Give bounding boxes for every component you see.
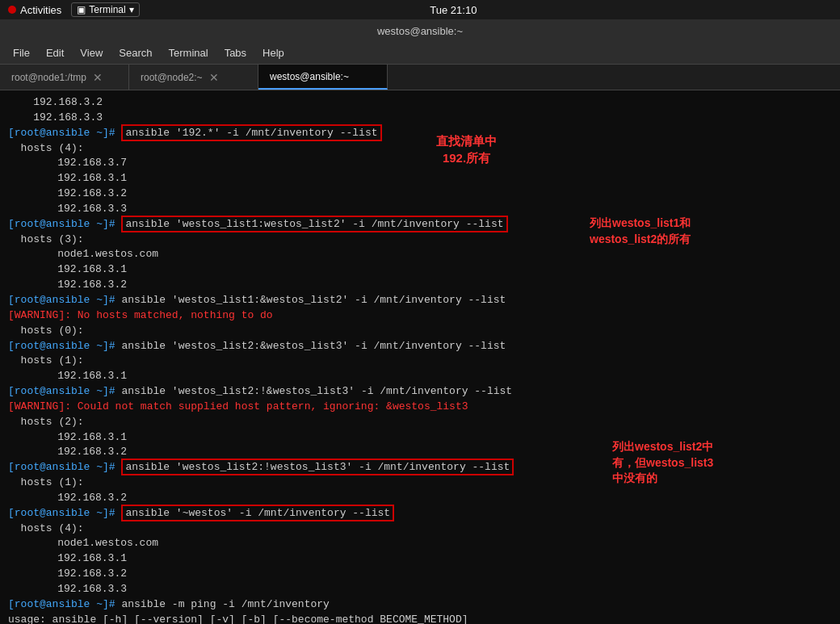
annotation-3: 列出westos_list2中有，但westos_list3中没有的: [612, 439, 713, 487]
system-time: Tue 21:10: [430, 4, 477, 16]
line-21-warning: [WARNING]: Could not match supplied host…: [8, 400, 832, 415]
line-13: 192.168.3.2: [8, 278, 832, 293]
menu-tabs[interactable]: Tabs: [218, 45, 253, 61]
title-bar: westos@ansible:~: [0, 19, 840, 42]
line-32: 192.168.3.2: [8, 567, 832, 582]
line-9: [root@ansible ~]# ansible 'westos_list1:…: [8, 217, 832, 232]
activities-label: Activities: [20, 4, 61, 16]
line-20: [root@ansible ~]# ansible 'westos_list2:…: [8, 384, 832, 400]
line-28: [root@ansible ~]# ansible '~westos' -i /…: [8, 506, 832, 521]
menu-view[interactable]: View: [74, 45, 109, 61]
line-6: 192.168.3.1: [8, 171, 832, 186]
tab-ansible-label: westos@ansible:~: [270, 71, 349, 82]
activities-dot: [8, 6, 16, 14]
menu-file[interactable]: File: [6, 45, 36, 61]
menu-search[interactable]: Search: [112, 45, 158, 61]
line-15-warning: [WARNING]: No hosts matched, nothing to …: [8, 308, 832, 324]
tab-node2-label: root@node2:~: [141, 72, 203, 83]
line-14: [root@ansible ~]# ansible 'westos_list1:…: [8, 293, 832, 308]
system-bar-left: Activities ▣ Terminal ▾: [8, 2, 140, 17]
terminal-menu-button[interactable]: ▣ Terminal ▾: [71, 2, 139, 17]
tab-node1-label: root@node1:/tmp: [11, 72, 86, 83]
cmd-box-2: ansible 'westos_list1:westos_list2' -i /…: [121, 216, 507, 232]
annotation-1: 直找清单中192.所有: [436, 132, 497, 166]
line-22: hosts (2):: [8, 415, 832, 430]
line-35: usage: ansible [-h] [--version] [-v] [-b…: [8, 613, 832, 624]
tab-node1-close[interactable]: ✕: [93, 71, 103, 84]
cmd-box-1: ansible '192.*' -i /mnt/inventory --list: [121, 124, 381, 141]
tab-node2[interactable]: root@node2:~ ✕: [129, 65, 258, 90]
menu-edit[interactable]: Edit: [40, 45, 70, 61]
line-11: node1.westos.com: [8, 247, 832, 262]
line-31: 192.168.3.1: [8, 551, 832, 567]
line-5: 192.168.3.7: [8, 156, 832, 171]
menu-bar: File Edit View Search Terminal Tabs Help: [0, 42, 840, 65]
line-4: hosts (4):: [8, 141, 832, 157]
line-7: 192.168.3.2: [8, 186, 832, 202]
annotation-2: 列出westos_list1和westos_list2的所有: [590, 216, 691, 247]
terminal-content: 192.168.3.2 192.168.3.3 [root@ansible ~]…: [0, 90, 840, 624]
tab-node2-close[interactable]: ✕: [209, 71, 219, 84]
line-18: hosts (1):: [8, 354, 832, 369]
line-10: hosts (3):: [8, 232, 832, 248]
line-1: 192.168.3.2: [8, 95, 832, 111]
activities-button[interactable]: Activities: [8, 4, 61, 16]
line-34: [root@ansible ~]# ansible -m ping -i /mn…: [8, 597, 832, 613]
line-30: node1.westos.com: [8, 536, 832, 551]
menu-terminal[interactable]: Terminal: [162, 45, 215, 61]
line-17: [root@ansible ~]# ansible 'westos_list2:…: [8, 339, 832, 354]
menu-help[interactable]: Help: [256, 45, 291, 61]
line-29: hosts (4):: [8, 521, 832, 537]
line-33: 192.168.3.3: [8, 582, 832, 597]
line-19: 192.168.3.1: [8, 369, 832, 384]
tab-node1[interactable]: root@node1:/tmp ✕: [0, 65, 129, 90]
system-bar: Activities ▣ Terminal ▾ Tue 21:10: [0, 0, 840, 19]
terminal-icon: ▣: [77, 4, 86, 15]
line-8: 192.168.3.3: [8, 202, 832, 217]
terminal-dropdown-icon: ▾: [129, 4, 134, 15]
line-3: [root@ansible ~]# ansible '192.*' -i /mn…: [8, 126, 832, 141]
window-title: westos@ansible:~: [377, 25, 463, 37]
line-27: 192.168.3.2: [8, 491, 832, 506]
terminal-menu-label: Terminal: [89, 4, 125, 15]
line-12: 192.168.3.1: [8, 262, 832, 278]
cmd-box-3: ansible 'westos_list2:!westos_list3' -i …: [121, 459, 514, 475]
line-2: 192.168.3.3: [8, 111, 832, 126]
tab-ansible[interactable]: westos@ansible:~: [258, 65, 388, 90]
cmd-box-4: ansible '~westos' -i /mnt/inventory --li…: [121, 505, 394, 521]
tabs-bar: root@node1:/tmp ✕ root@node2:~ ✕ westos@…: [0, 65, 840, 90]
line-16: hosts (0):: [8, 324, 832, 339]
